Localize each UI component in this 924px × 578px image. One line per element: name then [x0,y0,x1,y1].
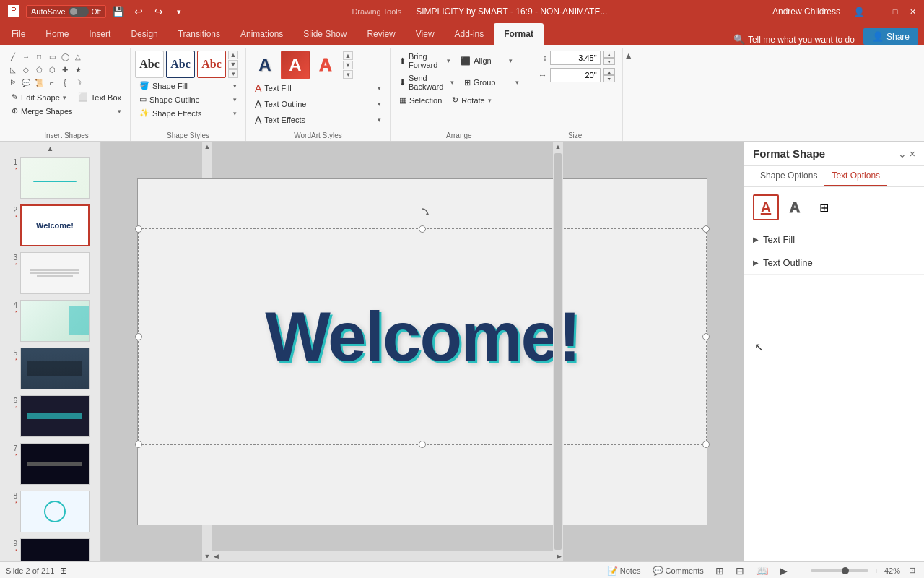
slide-panel-scroll-up[interactable]: ▲ [45,144,56,152]
slide-3-thumbnail[interactable] [20,252,90,294]
fit-slide-button[interactable]: ⊞ [60,566,67,576]
zoom-slider[interactable] [811,569,868,572]
fp-section-text-fill[interactable]: ▶ Text Fill [744,228,924,251]
tab-file[interactable]: File [1,23,35,45]
slide-4-thumbnail[interactable] [20,300,90,342]
width-input[interactable] [550,68,601,82]
slide-thumb-4[interactable]: 4 * [3,298,97,343]
slide-5-thumbnail[interactable] [20,348,90,389]
tab-slideshow[interactable]: Slide Show [293,23,357,45]
plus-shape[interactable]: ✚ [59,64,71,75]
height-up[interactable]: ▲ [603,51,615,58]
slide-thumb-6[interactable]: 6 * [3,394,97,439]
minimize-button[interactable]: ─ [872,6,884,17]
tell-me-input[interactable]: 🔍 Tell me what you want to do [725,34,863,45]
shape-outline-button[interactable]: ▭ Shape Outline ▾ [135,93,241,105]
fp-icon-text-box[interactable]: ⊞ [811,194,837,220]
slide-thumb-9[interactable]: 9 * [3,537,97,561]
format-panel-close[interactable]: × [910,148,915,160]
send-backward-button[interactable]: ⬇ Send Backward ▾ [395,72,458,92]
diamond-shape[interactable]: ◇ [20,64,32,75]
shapes-scroll-up[interactable]: ▲ [228,51,238,59]
close-button[interactable]: ✕ [907,6,918,17]
zoom-out-button[interactable]: ─ [796,566,808,576]
slide-thumb-2[interactable]: 2 * Welcome! [3,203,97,248]
shapes-scroll-down[interactable]: ▼ [228,60,238,69]
fp-tab-shape[interactable]: Shape Options [753,166,824,186]
tab-transitions[interactable]: Transitions [168,23,230,45]
shape-style-1[interactable]: Abc [135,51,164,78]
width-up[interactable]: ▲ [603,68,615,75]
fp-section-text-outline[interactable]: ▶ Text Outline [744,251,924,275]
handle-top-right[interactable] [702,225,710,233]
handle-top-middle[interactable] [419,225,426,233]
handle-top-left[interactable] [135,225,142,233]
slide-6-thumbnail[interactable] [20,395,90,437]
fp-tab-text[interactable]: Text Options [824,166,887,186]
text-outline-button[interactable]: A Text Outline ▾ [250,97,385,111]
slide-thumb-8[interactable]: 8 * [3,489,97,534]
merge-shapes-button[interactable]: ⊕ Merge Shapes ▾ [7,105,126,117]
tab-addins[interactable]: Add-ins [445,23,494,45]
brace-shape[interactable]: { [59,77,71,88]
rt-triangle-shape[interactable]: ◺ [7,64,19,75]
tab-review[interactable]: Review [357,23,405,45]
wordart-style-1[interactable]: A [250,51,279,79]
tab-insert[interactable]: Insert [79,23,121,45]
handle-middle-left[interactable] [135,333,142,340]
notes-button[interactable]: 📝 Notes [604,565,644,577]
bring-forward-button[interactable]: ⬆ Bring Forward ▾ [395,51,455,71]
align-button[interactable]: ⬛ Align ▾ [456,51,516,71]
slide-7-thumbnail[interactable] [20,443,90,485]
slide-1-thumbnail[interactable] [20,157,90,199]
zoom-in-button[interactable]: + [871,566,881,576]
group-button[interactable]: ⊞ Group ▾ [460,72,523,92]
customize-qa-button[interactable]: ▾ [171,4,187,20]
slide-thumb-3[interactable]: 3 * [3,251,97,296]
slide-sorter-button[interactable]: ⊟ [733,564,747,577]
fp-icon-text-fill[interactable]: A [753,194,779,220]
tab-format[interactable]: Format [494,23,544,45]
redo-button[interactable]: ↪ [151,4,167,20]
slide-8-thumbnail[interactable] [20,491,90,532]
profile-icon[interactable]: 👤 [852,4,866,19]
right-scroll-up[interactable]: ▲ [554,142,563,152]
text-box-button[interactable]: ⬜ Text Box [74,91,126,103]
share-button[interactable]: 👤 Share [863,28,918,45]
tab-animations[interactable]: Animations [230,23,293,45]
bracket-shape[interactable]: ⌐ [46,77,58,88]
left-scroll-up[interactable]: ▲ [203,142,212,152]
shape-style-3[interactable]: Abc [197,51,226,78]
maximize-button[interactable]: □ [889,6,901,17]
rotate-button[interactable]: ↻ Rotate ▾ [448,94,495,106]
zoom-thumb[interactable] [842,567,849,574]
handle-bottom-left[interactable] [135,441,142,448]
triangle-shape[interactable]: △ [72,51,84,62]
slide-9-thumbnail[interactable] [20,538,90,561]
wordart-style-3[interactable]: A [311,51,340,79]
comments-button[interactable]: 💬 Comments [650,565,707,577]
handle-bottom-middle[interactable] [419,441,426,448]
tab-design[interactable]: Design [121,23,167,45]
shape-fill-button[interactable]: 🪣 Shape Fill ▾ [135,79,241,92]
textbox-selected[interactable]: Welcome! [138,228,707,445]
wordart-style-2[interactable]: A [281,51,310,79]
slide-thumb-1[interactable]: 1 * [3,155,97,200]
wordart-scroll-down[interactable]: ▼ [343,61,353,69]
oval-shape[interactable]: ◯ [59,51,71,62]
shape-effects-button[interactable]: ✨ Shape Effects ▾ [135,107,241,119]
tab-home[interactable]: Home [35,23,79,45]
office-icon[interactable]: 🅿 [6,4,22,20]
text-fill-button[interactable]: A Text Fill ▾ [250,81,385,95]
fp-icon-text-outline[interactable]: A [782,194,808,220]
save-button[interactable]: 💾 [110,4,126,20]
wordart-scroll-more[interactable]: ▾ [343,70,353,79]
bottom-scroll-right[interactable]: ▶ [555,553,563,560]
handle-bottom-right[interactable] [702,441,710,448]
wordart-scroll-up[interactable]: ▲ [343,51,353,60]
slide-2-thumbnail[interactable]: Welcome! [20,204,90,246]
height-down[interactable]: ▼ [603,58,615,65]
height-input[interactable] [550,51,601,65]
rotate-handle[interactable] [416,207,429,220]
callout-shape[interactable]: 💬 [20,77,32,88]
